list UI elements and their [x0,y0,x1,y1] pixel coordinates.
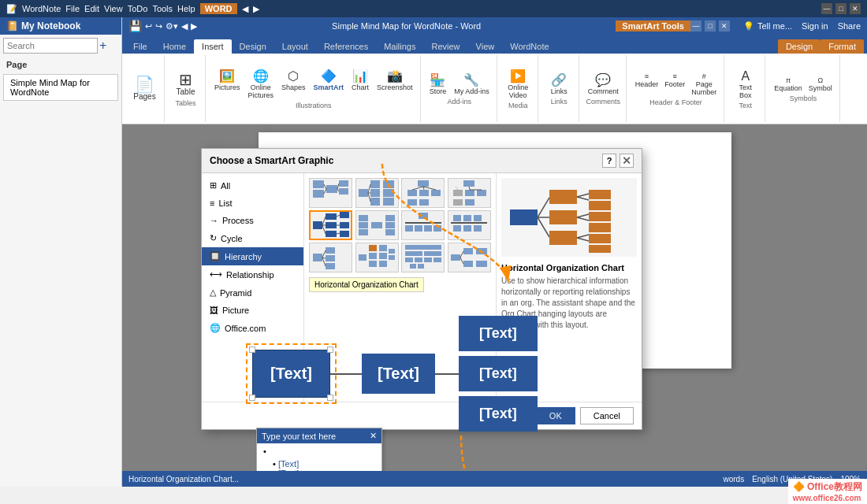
text-panel-item-2[interactable]: • [Text] [273,469,375,471]
symbol-btn[interactable]: Ω Symbol [806,76,835,93]
dialog-cat-process[interactable]: → Process [202,212,303,229]
pictures-btn[interactable]: 🖼️ Pictures [212,68,243,92]
undo2-btn[interactable]: ◀ [181,21,188,32]
redo-btn[interactable]: ↪ [155,21,162,32]
text-panel-close[interactable]: ✕ [370,431,377,441]
grid-item-2[interactable] [355,178,399,208]
dialog-cat-list[interactable]: ≡ List [202,195,303,212]
ribbon-group-comments: 💬 Comment Comments [581,55,627,122]
grid-item-9[interactable] [309,243,352,272]
grid-item-5-selected[interactable] [309,210,352,240]
shapes-btn[interactable]: ⬡ Shapes [279,68,308,92]
handle-tl[interactable] [249,346,255,353]
chart-icon: 📊 [352,69,368,83]
word-minimize-btn[interactable]: — [690,20,701,32]
smartart-right3[interactable]: [Text] [459,396,538,432]
grid-item-6[interactable] [355,210,399,240]
tab-mailings[interactable]: Mailings [376,39,423,54]
redo2-btn[interactable]: ▶ [191,21,197,32]
handle-tr[interactable] [327,346,333,353]
tab-smartart-design[interactable]: Design [778,39,820,54]
dialog-close-btn[interactable]: ✕ [620,154,634,168]
tab-wordnote[interactable]: WordNote [502,39,556,54]
dialog-help-btn[interactable]: ? [602,154,616,168]
sidebar-page-item[interactable]: Simple Mind Map for WordNote [3,74,118,101]
tab-file[interactable]: File [125,39,155,54]
smartart-main-box[interactable]: [Text] [252,350,330,398]
smartart-right1[interactable]: [Text] [459,316,538,351]
help-menu[interactable]: Help [177,4,195,13]
tab-home[interactable]: Home [155,39,194,54]
tab-design[interactable]: Design [232,39,274,54]
tab-view[interactable]: View [468,39,503,54]
grid-item-12[interactable] [448,243,491,272]
grid-item-4[interactable] [448,178,491,208]
close-btn[interactable]: ✕ [850,3,861,14]
tell-me-input[interactable]: Tell me... [757,21,792,31]
page-number-btn[interactable]: # Page Number [689,72,719,97]
dialog-cancel-btn[interactable]: Cancel [580,407,634,424]
grid-item-10[interactable] [355,243,399,272]
smartart-middle-box[interactable]: [Text] [362,354,435,394]
dialog-ok-btn[interactable]: OK [536,407,575,424]
tab-smartart-format[interactable]: Format [820,39,864,54]
add-page-btn[interactable]: + [99,39,106,53]
header-btn[interactable]: ≡ Header [633,72,661,97]
svg-rect-87 [405,245,441,250]
dialog-cat-hierarchy[interactable]: 🔲 Hierarchy [202,247,303,265]
doc-area[interactable]: Simple Mind Map for WordNote 2018-12-12 … [122,124,867,471]
handle-br[interactable] [327,395,333,401]
word-close-btn[interactable]: ✕ [719,20,730,32]
tab-insert[interactable]: Insert [194,39,232,54]
store-btn[interactable]: 🏪 Store [427,72,449,96]
comment-btn[interactable]: 💬 Comment [586,72,621,96]
online-video-btn[interactable]: ▶️ Online Video [505,68,530,100]
grid-item-3[interactable] [401,178,445,208]
tools-menu[interactable]: Tools [152,4,173,13]
grid-item-8[interactable] [448,210,491,240]
my-addins-btn[interactable]: 🔧 My Add-ins [452,72,492,96]
svg-line-8 [337,183,339,189]
word-restore-btn[interactable]: □ [705,20,716,32]
view-menu[interactable]: View [104,4,123,13]
sidebar-search-input[interactable] [3,38,98,54]
tab-references[interactable]: References [316,39,376,54]
undo-btn[interactable]: ↩ [145,21,152,32]
dialog-cat-pyramid[interactable]: △ Pyramid [202,284,303,302]
forward-btn[interactable]: ▶ [253,4,259,14]
online-pictures-btn[interactable]: 🌐 Online Pictures [246,68,277,100]
file-menu[interactable]: File [65,4,80,13]
grid-item-7[interactable] [401,210,445,240]
tab-review[interactable]: Review [424,39,468,54]
smartart-right2[interactable]: [Text] [459,356,538,391]
textbox-btn[interactable]: A Text Box [736,69,754,100]
grid-item-11[interactable] [401,243,445,272]
svg-rect-5 [339,188,348,195]
share-btn[interactable]: Share [838,21,861,31]
equation-btn[interactable]: π Equation [772,76,805,93]
smartart-btn[interactable]: 🔷 SmartArt [311,68,347,92]
dialog-cat-relationship[interactable]: ⟷ Relationship [202,265,303,284]
todo-menu[interactable]: ToDo [128,4,148,13]
dialog-cat-all[interactable]: ⊞ All [202,176,303,195]
tab-layout[interactable]: Layout [274,39,316,54]
edit-menu[interactable]: Edit [84,4,99,13]
maximize-btn[interactable]: □ [835,3,847,14]
back-btn[interactable]: ◀ [242,4,248,14]
links-btn[interactable]: 🔗 Links [549,72,570,96]
app-title: WordNote [22,4,61,13]
svg-rect-116 [589,190,611,199]
table-btn[interactable]: ⊞ Table [173,70,199,98]
chart-btn[interactable]: 📊 Chart [349,68,371,92]
pages-btn[interactable]: 📄 Pages [130,75,158,102]
handle-bl[interactable] [249,395,255,401]
minimize-btn[interactable]: — [821,3,832,14]
sign-in-btn[interactable]: Sign in [802,21,828,31]
screenshot-btn[interactable]: 📸 Screenshot [374,68,415,92]
dialog-cat-cycle[interactable]: ↻ Cycle [202,229,303,247]
footer-btn[interactable]: ≡ Footer [662,72,687,97]
grid-item-1[interactable] [309,178,352,208]
text-panel-item-1[interactable]: • [Text] [273,459,375,469]
svg-rect-72 [326,247,335,254]
customize-btn[interactable]: ⚙▾ [166,21,178,32]
